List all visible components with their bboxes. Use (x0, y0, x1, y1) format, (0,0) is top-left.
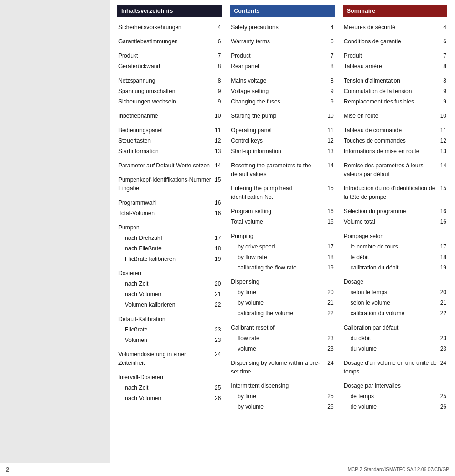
toc-page-number: 20 (325, 287, 334, 298)
toc-entry-text: by time (230, 391, 325, 402)
toc-spacer (230, 273, 334, 277)
toc-entry-text: by time (230, 287, 325, 298)
toc-page-number: 9 (325, 96, 334, 107)
toc-entry-text: Dosage par intervalles (343, 381, 438, 391)
toc-page-number: 4 (438, 22, 447, 32)
toc-entry: Touches de commandes12 (343, 135, 447, 146)
toc-entry: Volumendosierung in einer Zeiteinheit24 (117, 349, 222, 368)
toc-entry: by volume26 (230, 402, 334, 412)
toc-entry-text: Program setting (230, 206, 325, 217)
toc-page-number: 17 (325, 241, 334, 252)
toc-page-number: 13 (325, 146, 334, 156)
toc-spacer (343, 354, 447, 358)
toc-entry: Resetting the parameters to the default … (230, 160, 334, 179)
toc-entry: by flow rate18 (230, 252, 334, 262)
toc-entry: Tableau arrière8 (343, 61, 447, 72)
toc-entry-text: by volume (230, 298, 325, 308)
toc-entry-text: Fließrate (117, 324, 213, 335)
toc-spacer (117, 32, 222, 36)
toc-entry: Dosage d'un volume en une unité de temps… (343, 358, 447, 377)
toc-page-number: 16 (213, 197, 222, 208)
toc-page-number: 7 (438, 51, 447, 61)
toc-page-number: 8 (438, 75, 447, 86)
content-area: Inhaltsverzeichnis Sicherheitsvorkehrung… (110, 0, 455, 463)
toc-entry: by drive speed17 (230, 241, 334, 252)
toc-entry: Geräterückwand8 (117, 61, 222, 72)
toc-page-number: 10 (325, 111, 334, 121)
toc-page-number (438, 381, 447, 391)
toc-spacer (343, 32, 447, 36)
toc-page-number: 4 (325, 22, 334, 32)
toc-spacer (117, 310, 222, 314)
toc-page-number: 25 (325, 391, 334, 402)
toc-page-number: 11 (325, 125, 334, 135)
toc-entry-text: Total volume (230, 217, 325, 227)
toc-entry-text: de temps (343, 391, 438, 402)
toc-entry-text: Steuertasten (117, 135, 213, 146)
toc-entry: Dosage (343, 277, 447, 287)
toc-page-number: 9 (213, 86, 222, 96)
toc-entry-text: Conditions de garantie (343, 36, 438, 47)
toc-entry: Default-Kalibration (117, 314, 222, 324)
toc-spacer (117, 107, 222, 111)
toc-entry-text: Volumen (117, 335, 213, 345)
toc-page-number (325, 231, 334, 241)
toc-page-number: 14 (213, 160, 222, 171)
toc-page-number: 20 (438, 287, 447, 298)
toc-spacer (117, 171, 222, 175)
toc-page-number: 22 (438, 308, 447, 319)
toc-entry: nach Zeit20 (117, 279, 222, 289)
toc-entry-text: Startinformation (117, 146, 213, 156)
toc-page-number: 18 (213, 243, 222, 254)
toc-spacer (343, 47, 447, 51)
toc-spacer (117, 72, 222, 75)
toc-page-number (213, 268, 222, 279)
toc-entry-text: Product (230, 51, 325, 61)
toc-entry: Startinformation13 (117, 146, 222, 156)
toc-entry-text: Informations de mise en route (343, 146, 438, 156)
toc-page-number: 16 (325, 217, 334, 227)
toc-entry: Produkt7 (117, 51, 222, 61)
toc-entry: Calibration par défaut (343, 322, 447, 333)
toc-entry-text: Netzspannung (117, 75, 213, 86)
toc-entry-text: Warranty terms (230, 36, 325, 47)
toc-page-number: 23 (213, 335, 222, 345)
toc-spacer (117, 47, 222, 51)
toc-spacer (343, 273, 447, 277)
toc-entry-text: volume (230, 343, 325, 354)
toc-spacer (343, 121, 447, 125)
left-sidebar (0, 0, 110, 463)
toc-entry-text: Programmwahl (117, 197, 213, 208)
toc-spacer (230, 202, 334, 206)
toc-entry-text: Bedienungspanel (117, 125, 213, 135)
toc-entry: Informations de mise en route13 (343, 146, 447, 156)
toc-entry: by time25 (230, 391, 334, 402)
toc-spacer (230, 377, 334, 381)
toc-entry-text: Total-Volumen (117, 208, 213, 218)
toc-spacer (117, 218, 222, 222)
toc-entry-text: Pompage selon (343, 231, 438, 241)
toc-entry-text: nach Volumen (117, 393, 213, 404)
toc-page-number: 18 (438, 252, 447, 262)
toc-entry: Dosieren (117, 268, 222, 279)
toc-spacer (117, 121, 222, 125)
toc-page-number: 9 (213, 96, 222, 107)
toc-entry-text: calibrating the flow rate (230, 262, 325, 273)
toc-page-number: 22 (213, 300, 222, 310)
toc-page-number: 21 (438, 298, 447, 308)
toc-entry-text: Pumping (230, 231, 325, 241)
toc-entry-text: du débit (343, 333, 438, 343)
toc-entry-text: Safety precautions (230, 22, 325, 32)
toc-entry: Remplacement des fusibles9 (343, 96, 447, 107)
toc-spacer (117, 345, 222, 349)
toc-entry: Remise des paramètres à leurs valeurs pa… (343, 160, 447, 179)
toc-entry: Bedienungspanel11 (117, 125, 222, 135)
toc-entry: Dispensing by volume within a pre-set ti… (230, 358, 334, 377)
toc-entry-text: Produkt (117, 51, 213, 61)
toc-entry: flow rate23 (230, 333, 334, 343)
toc-page-number: 8 (438, 61, 447, 72)
toc-entry: Dispensing (230, 277, 334, 287)
toc-spacer (230, 156, 334, 160)
toc-entry-text: by drive speed (230, 241, 325, 252)
toc-entry: Total volume16 (230, 217, 334, 227)
